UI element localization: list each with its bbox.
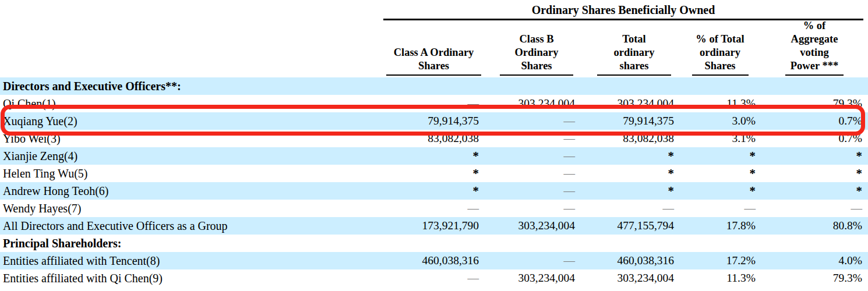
cell-class-a: 460,038,316 <box>383 254 484 267</box>
column-underline <box>386 74 481 76</box>
cell-pct-total: * <box>679 184 761 198</box>
cell-total: 79,914,375 <box>589 115 679 127</box>
cell-voting-power: * <box>761 184 868 198</box>
column-header-label: Class A Ordinary Shares <box>394 46 474 73</box>
cell-class-b: 303,234,004 <box>484 219 589 232</box>
cell-class-b: — <box>484 115 589 127</box>
column-header-label: Total ordinary shares <box>614 33 655 73</box>
cell-pct-total: 3.1% <box>679 132 761 145</box>
cell-pct-total: — <box>679 202 761 215</box>
cell-total: 477,155,794 <box>589 219 679 232</box>
table-row: Principal Shareholders: <box>0 235 868 252</box>
cell-voting-power: 79.3% <box>761 272 868 285</box>
cell-total: * <box>589 184 679 198</box>
table-row: Yibo Wei(3)83,082,038—83,082,0383.1%0.7% <box>0 130 868 147</box>
row-name: Principal Shareholders: <box>0 237 383 250</box>
row-name: Helen Ting Wu(5) <box>0 167 383 180</box>
cell-class-a: 79,914,375 <box>383 115 484 127</box>
cell-class-b: — <box>484 150 589 162</box>
cell-voting-power: 79.3% <box>761 97 868 110</box>
column-header-class-b: Class B Ordinary Shares <box>484 33 589 76</box>
cell-class-b: — <box>484 167 589 180</box>
table-row: Entities affiliated with Tencent(8)460,0… <box>0 252 868 269</box>
cell-total: — <box>589 202 679 215</box>
table-body: Directors and Executive Officers**:Qi Ch… <box>0 77 868 287</box>
column-underline <box>597 74 671 76</box>
column-header-class-a: Class A Ordinary Shares <box>383 46 484 76</box>
cell-class-a: 83,082,038 <box>383 132 484 145</box>
cell-pct-total: 11.3% <box>679 272 761 285</box>
cell-voting-power: 80.8% <box>761 219 868 232</box>
cell-class-b: — <box>484 184 589 197</box>
row-name: Andrew Hong Teoh(6) <box>0 184 383 198</box>
table-row: Xianjie Zeng(4)*—*** <box>0 147 868 165</box>
cell-voting-power: * <box>761 166 868 181</box>
cell-class-a: 173,921,790 <box>383 219 484 232</box>
cell-pct-total: * <box>679 166 761 181</box>
cell-total: 83,082,038 <box>589 132 679 145</box>
table-row: All Directors and Executive Officers as … <box>0 217 868 235</box>
cell-class-a: * <box>383 184 484 198</box>
table-header: Ordinary Shares Beneficially Owned Class… <box>0 0 868 77</box>
row-name: Entities affiliated with Tencent(8) <box>0 254 383 268</box>
cell-total: 460,038,316 <box>589 254 679 267</box>
cell-class-b: 303,234,004 <box>484 272 589 285</box>
table-row: Wendy Hayes(7)————— <box>0 200 868 217</box>
row-name: All Directors and Executive Officers as … <box>0 219 383 233</box>
column-header-total: Total ordinary shares <box>589 33 679 76</box>
column-header-label: % of Total ordinary Shares <box>696 33 744 73</box>
cell-voting-power: 4.0% <box>761 254 868 267</box>
cell-class-b: — <box>484 202 589 215</box>
column-underline <box>785 74 844 76</box>
cell-voting-power: — <box>761 202 868 215</box>
cell-pct-total: * <box>679 149 761 164</box>
cell-total: 303,234,004 <box>589 272 679 285</box>
cell-class-a: * <box>383 166 484 181</box>
cell-pct-total: 17.8% <box>679 219 761 232</box>
cell-pct-total: 11.3% <box>679 97 761 110</box>
cell-class-b: — <box>484 254 589 267</box>
cell-voting-power: 0.7% <box>761 132 868 145</box>
cell-voting-power: * <box>761 149 868 164</box>
column-header-pct-total: % of Total ordinary Shares <box>679 33 761 76</box>
column-underline <box>500 74 573 76</box>
cell-total: * <box>589 166 679 181</box>
table-row: Helen Ting Wu(5)*—*** <box>0 165 868 182</box>
row-name: Qi Chen(1) <box>0 97 383 111</box>
row-name: Directors and Executive Officers**: <box>0 80 383 93</box>
column-headers: Class A Ordinary Shares Class B Ordinary… <box>0 21 868 76</box>
cell-pct-total: 17.2% <box>679 254 761 267</box>
cell-class-b: — <box>484 132 589 145</box>
row-name: Xianjie Zeng(4) <box>0 150 383 163</box>
row-name: Entities affiliated with Qi Chen(9) <box>0 272 383 285</box>
cell-class-a: * <box>383 149 484 164</box>
cell-class-a: — <box>383 272 484 285</box>
column-header-label: Class B Ordinary Shares <box>514 33 558 73</box>
cell-total: * <box>589 149 679 164</box>
cell-class-a: — <box>383 97 484 110</box>
cell-pct-total: 3.0% <box>679 115 761 127</box>
table-row: Andrew Hong Teoh(6)*—*** <box>0 182 868 200</box>
table-row: Entities affiliated with Qi Chen(9)—303,… <box>0 269 868 287</box>
table-row: Directors and Executive Officers**: <box>0 77 868 95</box>
table-row: Qi Chen(1)—303,234,004303,234,00411.3%79… <box>0 95 868 112</box>
column-header-label: % of Aggregate voting Power *** <box>791 19 838 73</box>
row-name: Wendy Hayes(7) <box>0 202 383 215</box>
cell-class-b: 303,234,004 <box>484 97 589 110</box>
column-underline <box>692 74 749 76</box>
cell-total: 303,234,004 <box>589 97 679 110</box>
column-header-voting-power: % of Aggregate voting Power *** <box>761 19 868 76</box>
row-name: Yibo Wei(3) <box>0 132 383 146</box>
cell-voting-power: 0.7% <box>761 115 868 127</box>
table-row-highlighted: Xuqiang Yue(2)79,914,375—79,914,3753.0%0… <box>0 112 868 130</box>
group-header: Ordinary Shares Beneficially Owned <box>383 3 863 20</box>
row-name: Xuqiang Yue(2) <box>0 115 383 128</box>
cell-class-a: — <box>383 202 484 215</box>
shareholding-table-page: Ordinary Shares Beneficially Owned Class… <box>0 0 868 291</box>
